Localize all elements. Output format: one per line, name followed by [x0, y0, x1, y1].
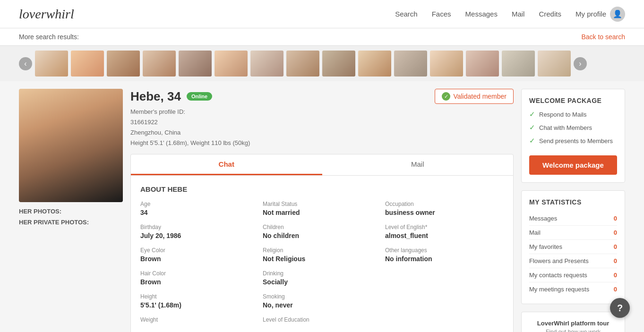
profile-field: Level of Education — [263, 316, 381, 324]
stat-row[interactable]: My meetings requests0 — [529, 282, 617, 296]
stat-label: My favorites — [529, 243, 562, 250]
profile-field: Level of English*almost_fluent — [385, 224, 504, 239]
stat-row[interactable]: Messages0 — [529, 212, 617, 226]
logo[interactable]: loverwhirl — [19, 7, 74, 22]
field-value: July 20, 1986 — [140, 232, 259, 239]
field-value: Not Religious — [263, 255, 381, 263]
profile-tabs: Chat Mail — [130, 154, 514, 176]
profile-field — [385, 293, 504, 309]
field-label: Level of Education — [263, 316, 381, 323]
carousel-thumb[interactable] — [143, 51, 176, 77]
field-label: Eye Color — [140, 247, 259, 254]
profile-field: DrinkingSocially — [263, 270, 381, 286]
carousel-thumb[interactable] — [35, 51, 68, 77]
profile-meta: Member's profile ID: 31661922 Zhengzhou,… — [130, 107, 514, 148]
profile-field: ChildrenNo children — [263, 224, 381, 239]
check-icon: ✓ — [529, 110, 535, 119]
stat-count: 0 — [614, 272, 617, 279]
stat-row[interactable]: Mail0 — [529, 226, 617, 240]
right-column: WELCOME PACKAGE ✓Respond to Mails✓Chat w… — [521, 89, 625, 332]
profile-field: Weight — [140, 316, 259, 324]
profile-field: Height5'5.1' (1.68m) — [140, 293, 259, 309]
her-photos-section: HER PHOTOS: HER PRIVATE PHOTOS: — [19, 208, 123, 226]
carousel-thumb[interactable] — [71, 51, 104, 77]
carousel-thumb[interactable] — [250, 51, 283, 77]
stat-row[interactable]: My favorites0 — [529, 240, 617, 254]
check-icon: ✓ — [529, 123, 535, 132]
validated-member-button[interactable]: ✓ Validated member — [435, 89, 514, 104]
carousel-thumb[interactable] — [538, 51, 571, 77]
statistics-box: MY STATISTICS Messages0Mail0My favorites… — [521, 190, 625, 304]
welcome-package-title: WELCOME PACKAGE — [529, 97, 617, 104]
nav-faces[interactable]: Faces — [432, 10, 451, 18]
carousel-thumb[interactable] — [430, 51, 463, 77]
profile-photo-image — [19, 89, 123, 202]
stat-label: Flowers and Presents — [529, 257, 589, 264]
tab-mail[interactable]: Mail — [322, 154, 514, 175]
nav-messages[interactable]: Messages — [465, 10, 498, 18]
field-value: No children — [263, 232, 381, 239]
carousel-thumb[interactable] — [179, 51, 212, 77]
middle-column: Hebe, 34 Online ✓ Validated member Membe… — [130, 89, 514, 332]
stat-label: Mail — [529, 229, 541, 236]
check-icon: ✓ — [529, 136, 535, 145]
profile-field: Eye ColorBrown — [140, 247, 259, 263]
profile-field: SmokingNo, never — [263, 293, 381, 309]
carousel-thumb[interactable] — [215, 51, 248, 77]
platform-tour-box: LoverWhirl platform tour Find out how we… — [521, 312, 625, 332]
carousel-prev-button[interactable]: ‹ — [19, 57, 32, 70]
welcome-package-box: WELCOME PACKAGE ✓Respond to Mails✓Chat w… — [521, 89, 625, 183]
stat-count: 0 — [614, 229, 617, 236]
carousel-thumb[interactable] — [394, 51, 427, 77]
profile-name: Hebe, 34 — [130, 89, 181, 104]
statistics-rows: Messages0Mail0My favorites0Flowers and P… — [529, 212, 617, 296]
help-button[interactable]: ? — [610, 298, 630, 318]
nav-search[interactable]: Search — [395, 10, 418, 18]
field-value: Not married — [263, 209, 381, 216]
stat-row[interactable]: My contacts requests0 — [529, 268, 617, 282]
field-label: Occupation — [385, 201, 504, 207]
field-value: 34 — [140, 209, 259, 216]
field-value: business owner — [385, 209, 504, 216]
stat-row[interactable]: Flowers and Presents0 — [529, 254, 617, 268]
field-label: Drinking — [263, 270, 381, 277]
profile-main-photo[interactable] — [19, 89, 123, 202]
her-private-photos-label: HER PRIVATE PHOTOS: — [19, 219, 123, 226]
stat-label: My contacts requests — [529, 272, 587, 279]
profile-field: Age34 — [140, 201, 259, 216]
member-id: Member's profile ID: 31661922 — [130, 107, 514, 128]
carousel-thumb[interactable] — [466, 51, 499, 77]
carousel-thumb[interactable] — [107, 51, 140, 77]
carousel-thumb[interactable] — [286, 51, 319, 77]
field-value: Brown — [140, 278, 259, 286]
field-value: almost_fluent — [385, 232, 504, 239]
carousel-photos — [35, 51, 571, 77]
field-label: Hair Color — [140, 270, 259, 277]
carousel-thumb[interactable] — [502, 51, 535, 77]
profile-field — [385, 270, 504, 286]
validated-check-icon: ✓ — [442, 92, 450, 101]
profile-field: Marital StatusNot married — [263, 201, 381, 216]
profile-field: Other languagesNo information — [385, 247, 504, 263]
field-value: Socially — [263, 278, 381, 286]
about-section: ABOUT HEBE Age34Marital StatusNot marrie… — [130, 176, 514, 332]
tab-chat[interactable]: Chat — [131, 154, 322, 175]
field-value: No, never — [263, 301, 381, 309]
my-profile-link[interactable]: My profile 👤 — [575, 7, 625, 22]
field-label: Children — [263, 224, 381, 230]
left-column: HER PHOTOS: HER PRIVATE PHOTOS: — [19, 89, 123, 332]
carousel-section: ‹ › — [0, 46, 644, 81]
carousel-thumb[interactable] — [358, 51, 391, 77]
back-to-search-link[interactable]: Back to search — [581, 33, 625, 41]
nav-credits[interactable]: Credits — [539, 10, 561, 18]
search-bar-area: More search results: Back to search — [0, 28, 644, 46]
profile-location: Zhengzhou, China — [130, 128, 514, 138]
field-label: Other languages — [385, 247, 504, 254]
carousel-next-button[interactable]: › — [574, 57, 587, 70]
welcome-package-button[interactable]: Welcome package — [529, 155, 617, 175]
avatar: 👤 — [610, 7, 625, 22]
stat-count: 0 — [614, 215, 617, 222]
profile-fields-grid: Age34Marital StatusNot marriedOccupation… — [140, 201, 504, 324]
nav-mail[interactable]: Mail — [512, 10, 525, 18]
carousel-thumb[interactable] — [322, 51, 355, 77]
